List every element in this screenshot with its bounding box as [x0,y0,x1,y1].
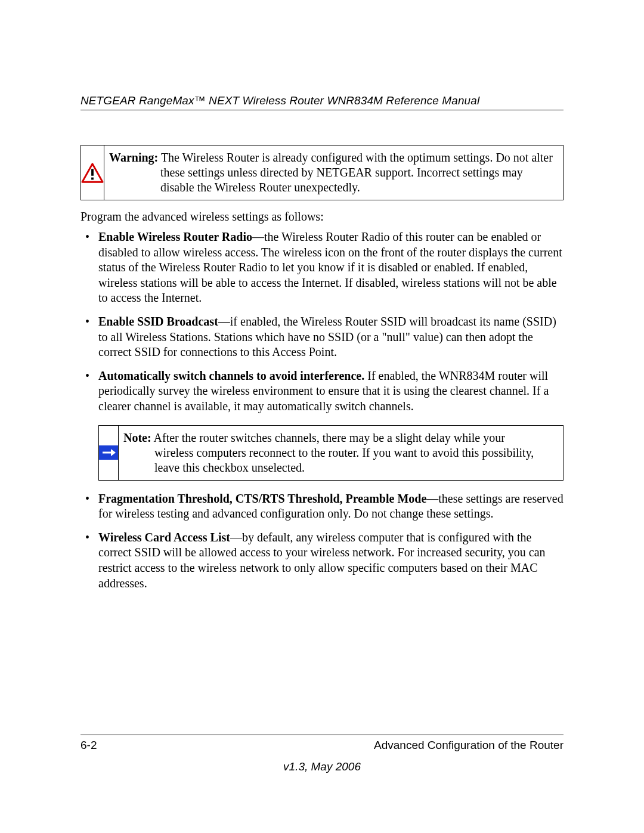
document-page: NETGEAR RangeMax™ NEXT Wireless Router W… [0,0,644,833]
list-item-bold: Wireless Card Access List [98,531,230,544]
warning-label: Warning: [109,151,158,164]
list-item: Enable Wireless Router Radio—the Wireles… [98,230,564,306]
list-item-bold: Enable SSID Broadcast [98,315,218,328]
list-item: Automatically switch channels to avoid i… [98,368,564,414]
document-version: v1.3, May 2006 [80,760,564,773]
note-text: Note: After the router switches channels… [119,426,563,480]
bullet-list-2: Fragmentation Threshold, CTS/RTS Thresho… [80,491,564,592]
page-number: 6-2 [80,739,97,752]
list-item-bold: Fragmentation Threshold, CTS/RTS Thresho… [98,492,426,505]
note-box: Note: After the router switches channels… [98,425,564,481]
warning-triangle-icon [81,162,104,184]
warning-icon-cell [81,145,104,200]
note-body: After the router switches channels, ther… [154,431,534,474]
svg-rect-1 [91,169,94,175]
list-item: Fragmentation Threshold, CTS/RTS Thresho… [98,491,564,522]
header-rule [80,110,564,110]
arrow-right-icon [99,445,118,460]
list-item-bold: Enable Wireless Router Radio [98,230,252,243]
page-header-title: NETGEAR RangeMax™ NEXT Wireless Router W… [80,94,564,107]
bullet-list: Enable Wireless Router Radio—the Wireles… [80,230,564,414]
list-item: Wireless Card Access List—by default, an… [98,530,564,591]
warning-text: Warning: The Wireless Router is already … [104,145,563,200]
footer-rule [80,735,564,735]
note-label: Note: [123,431,151,444]
warning-body: The Wireless Router is already configure… [160,151,553,194]
list-item: Enable SSID Broadcast—if enabled, the Wi… [98,314,564,360]
intro-text: Program the advanced wireless settings a… [80,210,564,224]
list-item-bold: Automatically switch channels to avoid i… [98,369,364,382]
section-title: Advanced Configuration of the Router [374,739,564,752]
svg-rect-2 [91,177,94,179]
warning-box: Warning: The Wireless Router is already … [80,145,564,200]
note-icon-cell [99,426,119,480]
page-footer: 6-2 Advanced Configuration of the Router… [80,735,564,773]
